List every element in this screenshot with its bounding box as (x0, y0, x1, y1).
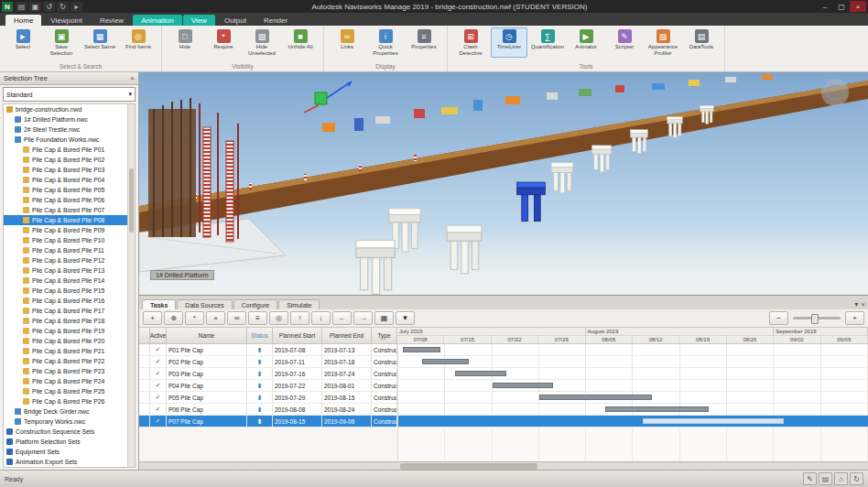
task-row[interactable]: ✓ P07 Pile Cap ▮ 2019-08-15 2019-09-06 C… (139, 416, 868, 427)
tree-item[interactable]: Pile Cap & Bored Pile P01 (4, 145, 135, 155)
timeliner-tool-button[interactable]: ◎ (269, 311, 288, 325)
ribbon-button[interactable]: □ Hide (167, 27, 203, 58)
task-active-checkbox[interactable]: ✓ (150, 380, 167, 391)
ribbon-button[interactable]: ▨ Hide Unselected (244, 27, 280, 58)
gantt-bar[interactable] (643, 418, 784, 424)
tree-item[interactable]: Pile Cap & Bored Pile P22 (4, 356, 135, 366)
panel-close-icon[interactable]: × (861, 300, 865, 308)
quick-access-button[interactable]: ▣ (29, 2, 41, 12)
task-active-checkbox[interactable]: ✓ (150, 392, 167, 403)
tree-scrollbar[interactable] (127, 104, 135, 467)
column-header-planned-end[interactable]: Planned End (322, 328, 372, 343)
zoom-out-button[interactable]: − (769, 311, 788, 325)
close-button[interactable]: × (850, 1, 866, 12)
timeliner-tool-button[interactable]: ∞ (227, 311, 246, 325)
ribbon-tab[interactable]: Render (255, 15, 296, 26)
column-header-type[interactable]: Type (372, 328, 397, 343)
ribbon-tab[interactable]: Output (216, 15, 255, 26)
task-active-checkbox[interactable]: ✓ (150, 416, 167, 427)
tree-item[interactable]: Pile Cap & Bored Pile P05 (4, 185, 135, 195)
tree-item[interactable]: Pile Cap & Bored Pile P25 (4, 386, 135, 396)
tree-item[interactable]: 2# Steel Trestle.nwc (4, 124, 135, 135)
ribbon-button[interactable]: i Quick Properties (367, 27, 404, 58)
timeliner-tool-button[interactable]: ↑ (290, 311, 309, 325)
quick-access-button[interactable]: ▸ (71, 2, 82, 12)
tree-item[interactable]: Pile Cap & Bored Pile P12 (4, 255, 135, 265)
tree-item[interactable]: Construction Sequence Sets (4, 427, 135, 437)
tree-item[interactable]: bridge-construction.nwd (4, 104, 135, 114)
ribbon-tab[interactable]: Animation (133, 15, 182, 26)
quick-access-button[interactable]: ↻ (57, 2, 69, 12)
zoom-in-button[interactable]: + (845, 311, 864, 325)
app-icon[interactable]: N (2, 2, 13, 12)
timeliner-tool-button[interactable]: ≡ (248, 311, 267, 325)
task-row[interactable]: ✓ P05 Pile Cap ▮ 2019-07-29 2019-08-15 C… (139, 392, 868, 404)
ribbon-button[interactable]: ∞ Links (329, 27, 365, 58)
timeliner-tool-button[interactable]: × (206, 311, 225, 325)
tree-item[interactable]: Pile Cap & Bored Pile P26 (4, 396, 135, 406)
gantt-bar[interactable] (605, 406, 709, 412)
column-header-status[interactable]: Status (247, 328, 273, 343)
ribbon-button[interactable]: ∑ Quantification (529, 27, 566, 58)
task-row[interactable]: ✓ P01 Pile Cap ▮ 2019-07-08 2019-07-13 C… (139, 344, 868, 356)
tree-item[interactable]: Pile Cap & Bored Pile P02 (4, 155, 135, 165)
tree-item[interactable]: Animation Export Sets (4, 457, 135, 467)
ribbon-button[interactable]: * Require (205, 27, 242, 58)
task-active-checkbox[interactable]: ✓ (150, 368, 167, 379)
task-row[interactable]: ✓ P06 Pile Cap ▮ 2019-08-08 2019-08-24 C… (139, 404, 868, 416)
tree-item[interactable]: Pile Cap & Bored Pile P19 (4, 326, 135, 336)
tree-item[interactable]: Temporary Works.nwc (4, 417, 135, 427)
ribbon-button[interactable]: ▶ Animator (568, 27, 604, 58)
ribbon-button[interactable]: ⊞ Clash Detective (452, 27, 489, 58)
tree-item[interactable]: Pile Cap & Bored Pile P15 (4, 286, 135, 296)
tree-item[interactable]: Pile Cap & Bored Pile P13 (4, 265, 135, 276)
task-active-checkbox[interactable]: ✓ (150, 404, 167, 415)
ribbon-button[interactable]: ► Select (5, 27, 41, 58)
gantt-bar[interactable] (493, 383, 554, 388)
timeliner-tab[interactable]: Data Sources (177, 299, 232, 309)
timeliner-tool-button[interactable]: + (143, 311, 162, 325)
tree-item[interactable]: Pile Cap & Bored Pile P23 (4, 366, 135, 376)
tree-item[interactable]: Platform Selection Sets (4, 437, 135, 447)
gantt-bar[interactable] (422, 359, 469, 364)
gantt-bar[interactable] (539, 395, 652, 400)
ribbon-tab[interactable]: Home (5, 15, 41, 26)
ribbon-button[interactable]: ▤ DataTools (683, 27, 720, 58)
maximize-button[interactable]: ▢ (833, 1, 850, 12)
tree-item[interactable]: Pile Cap & Bored Pile P14 (4, 276, 135, 286)
tree-item[interactable]: Pile Cap & Bored Pile P10 (4, 235, 135, 245)
column-header-planned-start[interactable]: Planned Start (273, 328, 322, 343)
ribbon-button[interactable]: ■ Unhide All (282, 27, 319, 58)
tree-item[interactable]: Pile Cap & Bored Pile P06 (4, 195, 135, 205)
panel-pin-icon[interactable]: ▾ (854, 300, 858, 308)
timeliner-tool-button[interactable]: → (353, 311, 373, 325)
status-indicator-icon[interactable]: ▤ (819, 472, 832, 485)
quick-access-button[interactable]: ↺ (43, 2, 55, 12)
status-indicator-icon[interactable]: ✎ (803, 472, 817, 485)
timeliner-tab[interactable]: Simulate (278, 299, 320, 309)
status-indicator-icon[interactable]: ↻ (850, 472, 863, 485)
timeliner-tool-button[interactable]: ▦ (374, 311, 394, 325)
quick-access-button[interactable]: ▤ (16, 2, 27, 12)
tree-item[interactable]: Pile Cap & Bored Pile P17 (4, 306, 135, 316)
tree-item[interactable]: Pile Cap & Bored Pile P21 (4, 346, 135, 356)
ribbon-button[interactable]: ◎ Find Items (120, 27, 157, 58)
task-row[interactable]: ✓ P03 Pile Cap ▮ 2019-07-16 2019-07-24 C… (139, 368, 868, 380)
tree-item[interactable]: Pile Cap & Bored Pile P03 (4, 165, 135, 175)
ribbon-button[interactable]: ◷ TimeLiner (491, 27, 527, 58)
task-row[interactable]: ✓ P04 Pile Cap ▮ 2019-07-22 2019-08-01 C… (139, 380, 868, 392)
timeliner-tab[interactable]: Tasks (142, 299, 176, 309)
timeliner-tool-button[interactable]: * (185, 311, 204, 325)
panel-close-icon[interactable]: × (130, 74, 135, 82)
ribbon-button[interactable]: ▦ Select Same (81, 27, 118, 58)
ribbon-button[interactable]: ≡ Properties (406, 27, 442, 58)
tree-item[interactable]: Pile Cap & Bored Pile P20 (4, 336, 135, 346)
tree-item[interactable]: Pile Cap & Bored Pile P08 (4, 215, 135, 225)
task-active-checkbox[interactable]: ✓ (150, 344, 167, 355)
timeliner-tab[interactable]: Configure (233, 299, 277, 309)
gantt-bar[interactable] (403, 347, 440, 352)
ribbon-button[interactable]: ✎ Scripter (606, 27, 643, 58)
tree-item[interactable]: Pile Cap & Bored Pile P04 (4, 175, 135, 185)
tree-item[interactable]: Pile Cap & Bored Pile P24 (4, 376, 135, 386)
gantt-bar[interactable] (455, 371, 506, 376)
